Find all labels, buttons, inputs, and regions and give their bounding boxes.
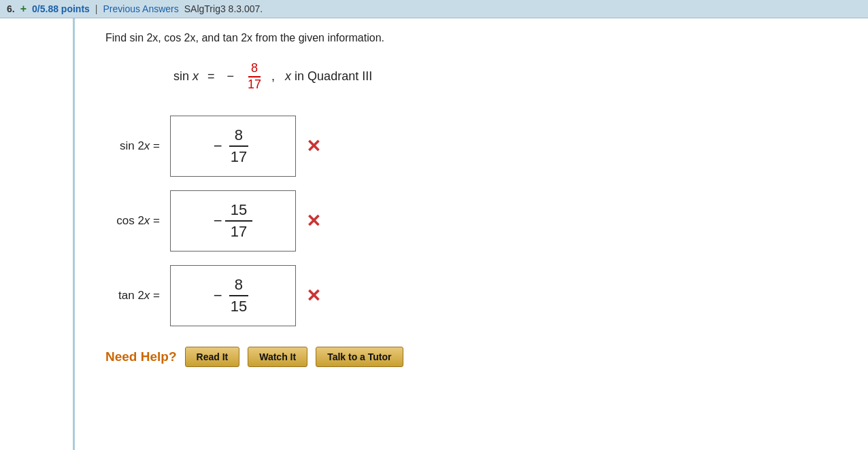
given-sin-label: sin x <box>173 69 199 84</box>
given-info: sin x = − 8 17 , x in Quadrant III <box>173 61 854 92</box>
cos-denominator: 17 <box>225 222 252 242</box>
given-fraction: 8 17 <box>245 61 264 92</box>
given-denominator: 17 <box>245 77 264 92</box>
tan-answer-row: tan 2x = − 8 15 ✕ <box>92 265 854 326</box>
cos-numerator: 15 <box>225 200 252 222</box>
given-equals: = <box>204 69 218 84</box>
sin-answer-row: sin 2x = − 8 17 ✕ <box>92 116 854 177</box>
question-number: 6. <box>7 3 15 14</box>
sin-numerator: 8 <box>229 125 248 147</box>
watch-it-button[interactable]: Watch It <box>248 347 307 367</box>
previous-answers-link[interactable]: Previous Answers <box>103 3 178 14</box>
separator: | <box>95 3 98 14</box>
sin-label: sin 2x = <box>92 139 160 153</box>
sin-fraction: 8 17 <box>225 125 252 167</box>
tan-denominator: 15 <box>225 296 252 317</box>
tan-fraction: 8 15 <box>225 275 252 317</box>
cos-answer-row: cos 2x = − 15 17 ✕ <box>92 190 854 252</box>
cos-fraction: 15 17 <box>225 200 252 242</box>
header-bar: 6. + 0/5.88 points | Previous Answers SA… <box>0 0 868 18</box>
given-minus: − <box>224 69 238 84</box>
sin-wrong-icon: ✕ <box>306 136 321 157</box>
tan-wrong-icon: ✕ <box>306 285 321 307</box>
sin-answer-box: − 8 17 <box>170 116 296 177</box>
tan-label: tan 2x = <box>92 289 160 302</box>
tan-numerator: 8 <box>229 275 248 296</box>
given-suffix: , x in Quadrant III <box>271 69 372 84</box>
help-section: Need Help? Read It Watch It Talk to a Tu… <box>105 347 854 367</box>
points-text: 0/5.88 points <box>32 3 90 14</box>
read-it-button[interactable]: Read It <box>185 347 240 367</box>
cos-label: cos 2x = <box>92 214 160 228</box>
talk-to-tutor-button[interactable]: Talk to a Tutor <box>316 347 403 367</box>
tan-answer-box: − 8 15 <box>170 265 296 326</box>
need-help-label: Need Help? <box>105 349 177 364</box>
plus-icon: + <box>20 3 27 15</box>
cos-wrong-icon: ✕ <box>306 211 321 232</box>
given-numerator: 8 <box>248 61 261 77</box>
cos-answer-box: − 15 17 <box>170 190 296 252</box>
sin-denominator: 17 <box>225 147 252 167</box>
problem-statement: Find sin 2x, cos 2x, and tan 2x from the… <box>105 32 854 44</box>
reference-text: SAlgTrig3 8.3.007. <box>184 3 263 14</box>
